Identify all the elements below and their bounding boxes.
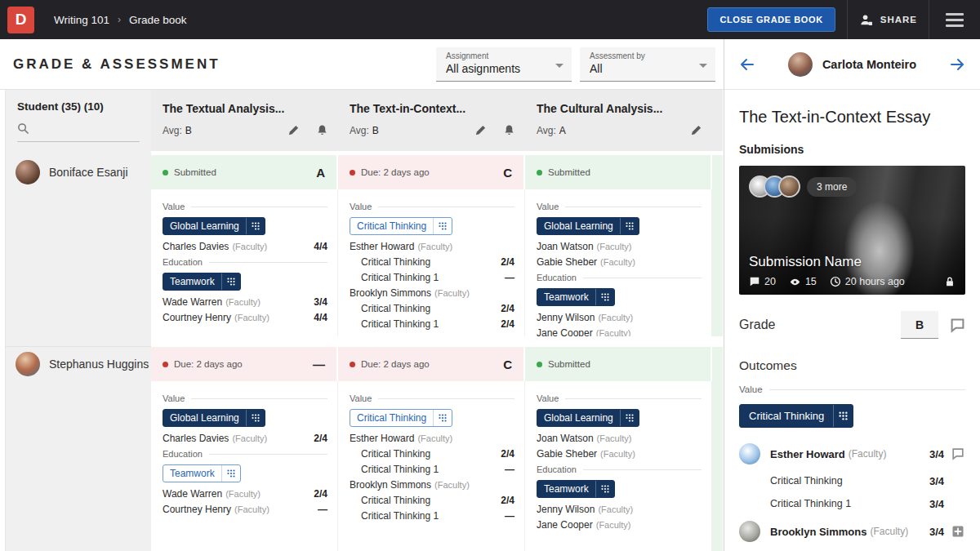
submissions-heading: Submisions [739, 143, 965, 156]
assessor-role: (Faculty) [600, 448, 635, 460]
outcome-chip[interactable]: Global Learning [537, 217, 639, 235]
dots-grid-icon [621, 410, 639, 426]
pencil-icon[interactable] [287, 124, 300, 136]
outcome-chip[interactable]: Global Learning [163, 217, 265, 235]
criterion-line: Critical Thinking 2/4 [350, 495, 514, 506]
assessor-line: Brooklyn Simmons (Faculty) [350, 479, 514, 491]
outcome-chip[interactable]: Global Learning [537, 409, 639, 427]
bell-icon[interactable] [503, 124, 515, 136]
pencil-icon[interactable] [690, 124, 702, 136]
outcome-chip[interactable]: Teamwork [163, 464, 241, 482]
outcome-chip[interactable]: Teamwork [537, 288, 615, 306]
dropdown-label: Assessment by [590, 51, 707, 60]
hamburger-icon[interactable] [946, 13, 964, 27]
column-header: The Cultural Analysis... Avg: A [525, 90, 712, 151]
cell-detail: Value Global Learning Charles Davies (Fa… [151, 381, 338, 551]
comment-icon[interactable] [950, 318, 965, 333]
dots-grid-icon [247, 410, 265, 426]
criterion-score: — [505, 464, 514, 475]
assessor-score: — [318, 504, 327, 515]
criterion-score: 2/4 [501, 303, 514, 314]
assessor-role: (Faculty) [232, 241, 267, 252]
grade-letter: A [316, 166, 325, 180]
assignment-column-2: The Text-in-Context... Avg: B Due: 2 day… [338, 90, 525, 551]
breadcrumb-course[interactable]: Writing 101 [54, 14, 109, 26]
criterion-label: Critical Thinking [361, 256, 430, 268]
assessor-role: (Faculty) [597, 241, 632, 252]
assignment-title: The Text-in-Context... [350, 102, 515, 115]
group-label: Value [537, 393, 702, 403]
grade-letter: C [503, 166, 512, 180]
status-cell[interactable]: Submitted [525, 347, 710, 381]
comment-count: 20 [764, 276, 776, 287]
student-row-boniface[interactable]: Boniface Esanji [6, 155, 151, 189]
panel-header: Carlota Monteiro [724, 39, 980, 90]
outcome-chip[interactable]: Teamwork [537, 480, 615, 498]
dots-grid-icon [596, 289, 614, 305]
comment-icon[interactable] [951, 447, 965, 460]
cell-detail: Value Global Learning Joan Watson (Facul… [525, 189, 712, 336]
assessor-line: Wade Warren (Faculty) 2/4 [163, 488, 327, 500]
status-cell[interactable]: Due: 2 days ago C [338, 155, 523, 189]
assessor-name: Jenny Wilson [537, 312, 595, 323]
page-header: GRADE & ASSESSMENT Assignment All asignm… [0, 39, 724, 90]
share-button[interactable]: SHARE [859, 14, 917, 26]
status-dot-red [350, 170, 355, 176]
chip-label: Global Learning [163, 218, 246, 234]
chip-label: Global Learning [537, 218, 620, 234]
criterion-score: 3/4 [929, 475, 944, 487]
pencil-icon[interactable] [474, 124, 487, 136]
criterion-line: Critical Thinking 2/4 [350, 303, 514, 314]
plus-square-icon[interactable] [951, 525, 965, 538]
more-submissions-badge[interactable]: 3 more [807, 177, 857, 197]
outcome-chip[interactable]: Teamwork [163, 273, 241, 291]
dots-grid-icon [222, 465, 240, 482]
criterion-line: Critical Thinking 1 — [350, 510, 514, 522]
app-logo[interactable]: D [7, 7, 34, 33]
submission-card[interactable]: 3 more Submission Name 20 15 20 hours ag… [739, 166, 965, 295]
chip-label: Teamwork [537, 481, 595, 497]
avatar [16, 352, 40, 376]
outcome-chip[interactable]: Global Learning [163, 409, 265, 427]
prev-student-arrow[interactable] [739, 56, 755, 73]
status-cell[interactable]: Due: 2 days ago C [338, 347, 523, 381]
group-label: Value [537, 202, 702, 211]
bell-icon[interactable] [316, 124, 328, 136]
status-cell[interactable]: Submitted A [151, 155, 336, 189]
assessor-line: Jenny Wilson (Faculty) [537, 504, 702, 515]
assessor-score: 4/4 [314, 312, 327, 323]
assignment-filter-dropdown[interactable]: Assignment All asignments [436, 47, 572, 82]
outcomes-heading: Outcomes [739, 358, 965, 373]
assignment-detail-title: The Text-in-Context Essay [739, 108, 965, 127]
submission-name: Submission Name [749, 254, 956, 270]
criterion-score: — [505, 510, 514, 522]
outcome-chip[interactable]: Critical Thinking [350, 217, 452, 235]
cell-detail: Value Global Learning Joan Watson (Facul… [525, 381, 712, 551]
group-label: Value [739, 384, 965, 394]
student-row-stephanus[interactable]: Stephanus Huggins [6, 347, 151, 381]
status-cell[interactable]: Due: 2 days ago — [151, 347, 336, 381]
group-label: Education [163, 257, 327, 267]
close-grade-book-button[interactable]: CLOSE GRADE BOOK [707, 7, 835, 32]
assessor-line: Courtney Henry (Faculty) 4/4 [163, 312, 327, 323]
outcome-chip[interactable]: Critical Thinking [739, 404, 853, 428]
column-header: The Text-in-Context... Avg: B [338, 90, 525, 151]
chip-label: Teamwork [537, 289, 595, 305]
assignment-column-1: The Textual Analysis... Avg: B Submitted [151, 90, 338, 551]
next-student-arrow[interactable] [949, 56, 965, 73]
assignment-title: The Textual Analysis... [163, 102, 328, 115]
grade-value-box[interactable]: B [901, 311, 938, 339]
assessor-name: Charles Davies [163, 433, 229, 444]
eye-icon [789, 277, 801, 287]
student-name: Stephanus Huggins [49, 358, 149, 371]
assessor-score: 4/4 [314, 241, 327, 252]
status-cell[interactable]: Submitted [525, 155, 710, 189]
chip-label: Global Learning [537, 410, 620, 426]
student-search-input[interactable] [17, 122, 140, 142]
criterion-line: Critical Thinking 1 — [350, 272, 514, 283]
outcome-assessor-row: Brooklyn Simmons (Faculty) 3/4 [739, 521, 965, 542]
assessor-role: (Faculty) [234, 504, 270, 515]
assessment-by-filter-dropdown[interactable]: Assessment by All [580, 47, 715, 82]
dots-grid-icon [596, 481, 614, 497]
outcome-chip[interactable]: Critical Thinking [350, 409, 452, 427]
